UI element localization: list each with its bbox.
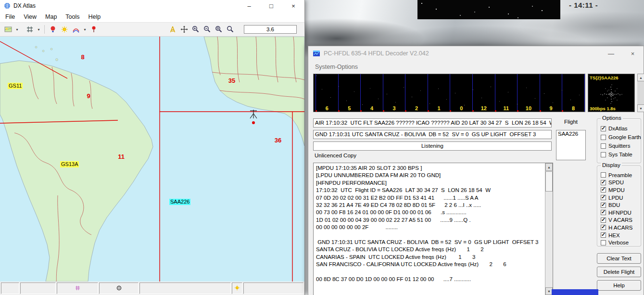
spectrum-slot-11: 11 <box>495 74 518 112</box>
zoom-window-button[interactable] <box>213 24 225 35</box>
spinner-up-button[interactable]: ▲ <box>637 74 644 81</box>
close-button[interactable]: × <box>282 0 304 12</box>
checkbox-row-verbose[interactable]: Verbose <box>597 239 641 246</box>
zoom-full-button[interactable] <box>225 24 236 35</box>
chevron-down-icon[interactable]: ▾ <box>82 24 88 35</box>
checkbox-dxatlas[interactable] <box>601 126 606 131</box>
sun-button[interactable] <box>59 24 70 35</box>
scrollbar-thumb[interactable] <box>545 171 553 192</box>
chevron-down-icon[interactable]: ▾ <box>14 24 20 35</box>
checkbox-row-hex[interactable]: HEX <box>597 231 641 239</box>
map-label-gs13a[interactable]: GS13A <box>60 161 79 167</box>
checkbox-row-hfnpdu[interactable]: HFNPDU <box>597 209 641 217</box>
log-line: SANTA CRUZ - BOLIVIA UTC LOCKED Active f… <box>316 246 542 254</box>
checkbox-sys-table[interactable] <box>601 152 606 157</box>
zoom-level-input[interactable] <box>244 25 297 34</box>
menu-item-system-options[interactable]: System-Options <box>315 64 358 70</box>
checkbox-row-h-acars[interactable]: H ACARS <box>597 224 641 231</box>
chevron-down-icon[interactable]: ▾ <box>36 24 42 35</box>
log-line: CANARIAS - SPAIN UTC LOCKED Active freqs… <box>316 254 542 261</box>
checkbox-row-squitters[interactable]: Squitters <box>597 141 641 150</box>
log-line: 32 32 36 21 A4 7E 49 ED C4 78 02 8D 8D 0… <box>316 202 542 209</box>
spectrum-slot-label: 5 <box>348 105 351 111</box>
checkbox-row-google-earth[interactable]: Google Earth <box>597 133 641 141</box>
checkbox-row-bdu[interactable]: BDU <box>597 201 641 209</box>
checkbox-label: Verbose <box>608 240 629 245</box>
world-map[interactable]: 89113536GS11GS13ASAA226 <box>0 37 304 282</box>
log-line: 00 00 00 00 00 00 2F ........ <box>316 224 542 231</box>
decoder-log[interactable]: [MPDU 17:10:35 AIR 20 SLOT 2 300 BPS ][L… <box>313 163 553 295</box>
help-button[interactable]: Help <box>597 280 641 291</box>
grid-button[interactable] <box>24 24 36 35</box>
scroll-up-button[interactable]: ▲ <box>545 163 553 171</box>
pan-button[interactable] <box>178 24 190 35</box>
map-label-saa226[interactable]: SAA226 <box>169 199 190 205</box>
spectrum-slot-label: 11 <box>504 105 509 111</box>
checkbox-v-acars[interactable] <box>601 218 606 223</box>
group-title: Display <box>601 162 622 168</box>
checkbox-hfnpdu[interactable] <box>601 210 606 215</box>
group-title: Options <box>601 115 623 121</box>
balloon-button[interactable] <box>47 24 59 35</box>
menu-item-help[interactable]: Help <box>84 13 105 20</box>
close-button[interactable]: × <box>622 46 644 61</box>
wallpaper-dark-band <box>417 0 560 19</box>
checkbox-row-sys-table[interactable]: Sys Table <box>597 150 641 159</box>
map-style-button[interactable] <box>2 24 14 35</box>
checkbox-spdu[interactable] <box>601 180 606 185</box>
checkbox-bdu[interactable] <box>601 203 606 208</box>
menu-item-tools[interactable]: Tools <box>61 13 84 20</box>
pin-button[interactable] <box>88 24 100 35</box>
checkbox-mpdu[interactable] <box>601 187 606 192</box>
checkbox-row-v-acars[interactable]: V ACARS <box>597 217 641 224</box>
gnd-message-field: GND 17:10:31 UTC SANTA CRUZ - BOLIVIA DB… <box>313 130 552 139</box>
checkbox-h-acars[interactable] <box>601 225 606 230</box>
checkbox-row-dxatlas[interactable]: DxAtlas <box>597 124 641 133</box>
flight-list-item[interactable]: SAA226 <box>556 130 585 137</box>
checkbox-row-spdu[interactable]: SPDU <box>597 179 641 187</box>
checkbox-lpdu[interactable] <box>601 195 606 200</box>
statusbar-panel <box>243 282 303 294</box>
options-group: OptionsDxAtlasGoogle EarthSquittersSys T… <box>597 118 641 163</box>
checkbox-row-preamble[interactable]: Preamble <box>597 171 641 179</box>
checkbox-row-mpdu[interactable]: MPDU <box>597 186 641 194</box>
log-line: 07 0D 20 02 02 00 31 E2 B2 0D FF D1 53 4… <box>316 195 542 202</box>
hfdl-app-icon <box>313 50 320 57</box>
checkbox-squitters[interactable] <box>601 143 606 149</box>
log-line: 1D 01 02 00 00 04 39 00 00 02 22 27 A5 5… <box>316 217 542 224</box>
checkbox-google-earth[interactable] <box>601 135 606 140</box>
hfdl-titlebar[interactable]: PC-HFDL 635-4 HFDL Decoder V2.042 — × <box>308 46 644 61</box>
log-scrollbar[interactable]: ▲ ▼ <box>545 163 553 295</box>
hfdl-menubar: System-Options <box>308 61 644 73</box>
clear-text-button[interactable]: Clear Text <box>597 253 641 264</box>
menu-item-view[interactable]: View <box>19 13 41 20</box>
arrow-up-icon: ▲ <box>547 166 551 169</box>
dxatlas-titlebar[interactable]: DX Atlas – □ × <box>0 0 304 12</box>
checkbox-row-lpdu[interactable]: LPDU <box>597 194 641 202</box>
minimize-button[interactable]: – <box>238 0 260 12</box>
delete-flight-button[interactable]: Delete Flight <box>597 267 641 277</box>
statusbar-panel-clock <box>99 282 139 294</box>
decoder-log-text: [MPDU 17:10:35 AIR 20 SLOT 2 300 BPS ][L… <box>314 163 553 295</box>
propagation-button[interactable] <box>70 24 82 35</box>
minimize-button[interactable]: — <box>600 46 622 61</box>
flight-list[interactable]: SAA226 <box>556 130 586 160</box>
checkbox-preamble[interactable] <box>601 172 606 178</box>
zoom-out-button[interactable] <box>202 24 213 35</box>
spectrum-slot-9: 9 <box>540 74 562 112</box>
map-label-gs11[interactable]: GS11 <box>8 83 23 89</box>
wallpaper-speckles <box>421 3 422 4</box>
menu-item-file[interactable]: File <box>1 13 19 20</box>
checkbox-verbose[interactable] <box>601 240 606 245</box>
checkbox-label: BDU <box>608 202 620 208</box>
spectrum-display: 654321012111098 <box>313 74 585 112</box>
antenna-button[interactable] <box>167 24 178 35</box>
checkbox-label: LPDU <box>608 195 623 201</box>
spinner-down-button[interactable]: ▼ <box>637 104 644 112</box>
zoom-in-button[interactable] <box>190 24 202 35</box>
maximize-button[interactable]: □ <box>260 0 282 12</box>
menu-item-map[interactable]: Map <box>41 13 61 20</box>
dx-toolbar: ▾ ▾ ▾ <box>0 23 304 37</box>
spectrum-slot-label: 12 <box>481 105 487 111</box>
checkbox-hex[interactable] <box>601 232 606 238</box>
